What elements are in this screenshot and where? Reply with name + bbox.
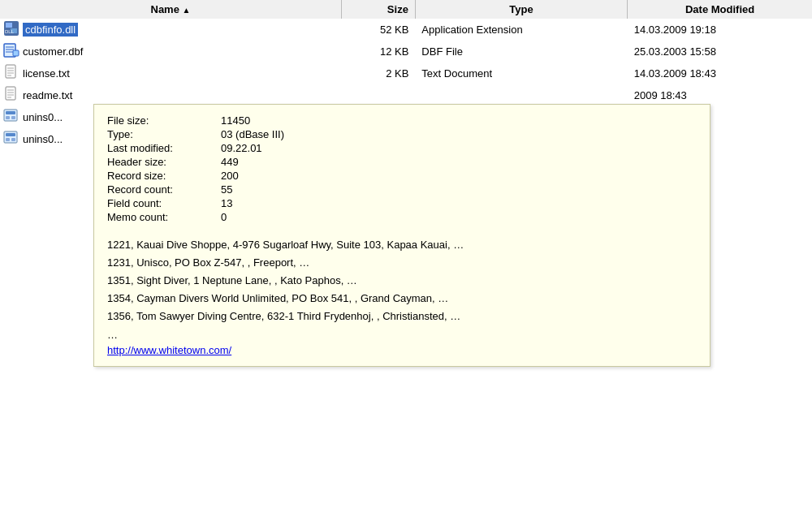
tooltip-record-item: 1356, Tom Sawyer Diving Centre, 632-1 Th… [107, 308, 697, 325]
file-size: 12 KB [341, 41, 415, 62]
memo-count-value: 0 [221, 211, 697, 223]
file-size [341, 84, 415, 106]
tooltip-record-item: 1354, Cayman Divers World Unlimited, PO … [107, 290, 697, 308]
last-modified-label: Last modified: [107, 142, 221, 154]
file-name-label: license.txt [23, 67, 70, 80]
file-size-value: 11450 [221, 114, 697, 127]
col-header-name[interactable]: Name ▲ [0, 0, 341, 19]
file-icon-dll: DLL [3, 20, 19, 39]
file-icon-dbf [3, 42, 19, 61]
svg-rect-25 [6, 138, 10, 141]
file-name-label: unins0... [23, 133, 63, 145]
col-header-type[interactable]: Type [415, 0, 627, 19]
file-name-label: readme.txt [23, 89, 72, 101]
table-row[interactable]: customer.dbf12 KBDBF File25.03.2003 15:5… [0, 41, 812, 62]
field-count-label: Field count: [107, 197, 221, 209]
svg-rect-9 [6, 65, 15, 78]
sort-asc-icon: ▲ [183, 6, 191, 15]
svg-text:DLL: DLL [5, 29, 15, 34]
memo-count-label: Memo count: [107, 211, 221, 223]
file-size-label: File size: [107, 114, 221, 127]
header-size-label: Header size: [107, 156, 221, 168]
field-count-value: 13 [221, 197, 697, 209]
svg-rect-1 [6, 23, 12, 28]
file-type: DBF File [415, 41, 627, 62]
svg-rect-24 [6, 133, 15, 136]
last-modified-value: 09.22.01 [221, 142, 697, 154]
file-icon-txt [3, 64, 19, 83]
record-size-value: 200 [221, 170, 697, 182]
tooltip-record-item: 1351, Sight Diver, 1 Neptune Lane, , Kat… [107, 272, 697, 290]
tooltip-url[interactable]: http://www.whitetown.com/ [107, 344, 697, 356]
type-value: 03 (dBase III) [221, 128, 697, 140]
record-size-label: Record size: [107, 170, 221, 182]
file-type: Application Extension [415, 19, 627, 41]
file-size: 52 KB [341, 19, 415, 41]
file-type: Text Document [415, 62, 627, 84]
col-header-size[interactable]: Size [341, 0, 415, 19]
record-count-label: Record count: [107, 183, 221, 196]
type-label: Type: [107, 128, 221, 140]
file-date: 14.03.2009 19:18 [628, 19, 812, 41]
file-type [415, 84, 627, 106]
tooltip-record-item: 1221, Kauai Dive Shoppe, 4-976 Sugarloaf… [107, 236, 697, 254]
svg-rect-21 [6, 116, 10, 119]
file-info-tooltip: File size: 11450 Type: 03 (dBase III) La… [93, 104, 710, 367]
tooltip-metadata-grid: File size: 11450 Type: 03 (dBase III) La… [107, 114, 697, 223]
svg-rect-26 [11, 138, 15, 141]
tooltip-records: 1221, Kauai Dive Shoppe, 4-976 Sugarloaf… [107, 236, 697, 325]
file-icon-setup [3, 108, 19, 127]
svg-rect-14 [6, 87, 15, 100]
svg-rect-22 [11, 116, 15, 119]
table-row[interactable]: DLL cdbfinfo.dll52 KBApplication Extensi… [0, 19, 812, 41]
file-name-label: unins0... [23, 111, 63, 123]
table-row[interactable]: readme.txt2009 18:43 [0, 84, 812, 106]
file-name-label: customer.dbf [23, 45, 83, 58]
header-size-value: 449 [221, 156, 697, 168]
file-name-label: cdbfinfo.dll [23, 23, 78, 37]
file-date: 14.03.2009 18:43 [628, 62, 812, 84]
tooltip-ellipsis: … [107, 329, 697, 341]
file-icon-setup [3, 130, 19, 149]
record-count-value: 55 [221, 183, 697, 196]
col-header-date[interactable]: Date Modified [628, 0, 812, 19]
file-date: 25.03.2003 15:58 [628, 41, 812, 62]
tooltip-record-item: 1231, Unisco, PO Box Z-547, , Freeport, … [107, 254, 697, 272]
table-row[interactable]: license.txt2 KBText Document14.03.2009 1… [0, 62, 812, 84]
svg-rect-8 [13, 50, 19, 56]
svg-rect-20 [6, 111, 15, 114]
file-icon-txt [3, 86, 19, 105]
file-size: 2 KB [341, 62, 415, 84]
file-date: 2009 18:43 [628, 84, 812, 106]
